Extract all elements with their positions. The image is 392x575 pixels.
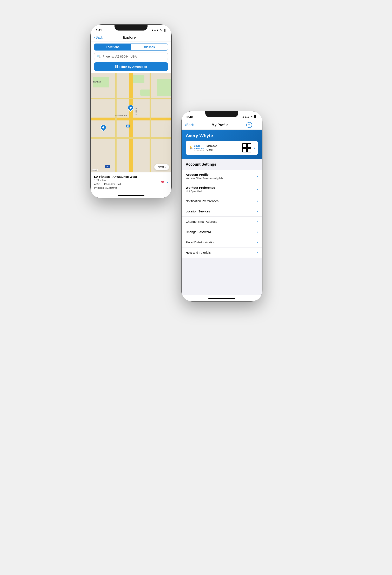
profile-screen: ‹ Back My Profile ? Avery Whyte xyxy=(182,120,262,301)
explore-nav-bar: ‹ Back Explore xyxy=(91,34,171,42)
qr-code xyxy=(242,143,251,152)
settings-item-password[interactable]: Change Password › xyxy=(182,227,262,237)
battery-icon-2: ▐▌ xyxy=(254,115,257,118)
faceid-chevron-icon: › xyxy=(257,240,258,244)
filter-icon: ☷ xyxy=(115,65,118,69)
member-card-label: Member Card xyxy=(207,144,240,152)
map-green-3 xyxy=(157,79,171,96)
settings-list: Account Profile You are SilverSneakers e… xyxy=(182,170,262,258)
runner-icon: 🏃 xyxy=(189,146,193,150)
filter-amenities-button[interactable]: ☷ Filter by Amenities xyxy=(94,62,168,71)
account-settings-section: Account Settings xyxy=(182,159,262,168)
status-time-profile: 6:40 xyxy=(187,115,193,119)
phone-profile: 6:40 ▲▲▲ ∿ ▐▌ ‹ Back My Profile xyxy=(182,111,262,301)
silver-sneakers-logo: 🏃 SilverSneakers by Tivity Health xyxy=(189,144,204,151)
tab-classes[interactable]: Classes xyxy=(131,44,168,50)
home-indicator-explore xyxy=(91,192,171,198)
change-password-title: Change Password xyxy=(186,230,257,234)
home-bar xyxy=(118,195,145,196)
help-chevron-icon: › xyxy=(257,250,258,255)
location-card-chevron-icon: › xyxy=(167,180,168,185)
account-profile-chevron-icon: › xyxy=(257,174,258,179)
profile-name: Avery Whyte xyxy=(186,133,258,138)
location-services-title: Location Services xyxy=(186,210,257,213)
tab-locations[interactable]: Locations xyxy=(94,44,131,50)
next-button[interactable]: Next › xyxy=(154,164,169,170)
status-icons-profile: ▲▲▲ ∿ ▐▌ xyxy=(242,115,257,118)
map-green-area xyxy=(132,75,145,83)
notch-profile xyxy=(205,111,238,117)
help-button[interactable]: ? xyxy=(246,122,252,128)
back-button-profile[interactable]: ‹ Back xyxy=(185,123,194,127)
account-settings-title: Account Settings xyxy=(186,162,258,167)
search-icon: 🔍 xyxy=(97,54,101,58)
battery-icon: ▐▌ xyxy=(163,29,166,32)
settings-item-help[interactable]: Help and Tutorials › xyxy=(182,247,262,258)
home-indicator-profile xyxy=(182,295,262,301)
profile-title: My Profile xyxy=(194,123,246,127)
location-card[interactable]: LA Fitness - Ahwatukee West 1.21 miles 4… xyxy=(91,172,171,192)
change-email-title: Change Email Address xyxy=(186,220,257,223)
park-label: Ray Park xyxy=(93,81,101,83)
face-id-title: Face ID Authorization xyxy=(186,240,257,244)
password-chevron-icon: › xyxy=(257,230,258,234)
account-profile-title: Account Profile xyxy=(186,173,257,176)
location-chevron-icon: › xyxy=(257,209,258,214)
search-bar[interactable]: 🔍 xyxy=(94,53,168,60)
road-h3 xyxy=(91,137,171,139)
settings-item-account-profile[interactable]: Account Profile You are SilverSneakers e… xyxy=(182,170,262,183)
notifications-title: Notification Preferences xyxy=(186,199,257,203)
road-v3 xyxy=(149,73,151,172)
road-label-chandler: E Chandler Blvd xyxy=(115,115,127,117)
account-profile-subtitle: You are SilverSneakers eligibile xyxy=(186,177,257,180)
notch xyxy=(115,25,147,30)
signal-icon-2: ▲▲▲ xyxy=(242,115,249,118)
scene: 6:41 ▲▲▲ ∿ ▐▌ ‹ Back Explore xyxy=(82,12,310,549)
help-tutorials-title: Help and Tutorials xyxy=(186,251,257,254)
settings-item-email[interactable]: Change Email Address › xyxy=(182,216,262,227)
chevron-left-icon-profile: ‹ xyxy=(185,123,186,127)
road-label-st: N 56th St xyxy=(135,108,137,115)
wifi-icon-2: ∿ xyxy=(250,115,252,118)
segment-tabs: Locations Classes xyxy=(94,44,168,50)
main-road-v xyxy=(129,73,133,172)
settings-item-workout[interactable]: Workout Preference Not Specified › xyxy=(182,183,262,196)
home-bar-profile xyxy=(208,298,235,299)
status-icons-explore: ▲▲▲ ∿ ▐▌ xyxy=(151,29,166,32)
profile-nav-bar: ‹ Back My Profile ? xyxy=(182,120,262,130)
workout-pref-subtitle: Not Specified xyxy=(186,190,257,193)
location-distance: 1.21 miles xyxy=(94,179,159,182)
email-chevron-icon: › xyxy=(257,219,258,224)
signal-icon: ▲▲▲ xyxy=(151,29,159,32)
location-address: 4836 E. Chandler Blvd. Phoenix, AZ 85048 xyxy=(94,182,159,190)
explore-title: Explore xyxy=(103,35,156,40)
phone-explore: 6:41 ▲▲▲ ∿ ▐▌ ‹ Back Explore xyxy=(91,25,171,198)
member-card[interactable]: 🏃 SilverSneakers by Tivity Health Member… xyxy=(186,141,258,155)
chevron-left-icon: ‹ xyxy=(94,36,95,39)
notifications-chevron-icon: › xyxy=(257,199,258,203)
favorite-heart-icon[interactable]: ❤ xyxy=(161,180,164,185)
highway-10-badge: 10 xyxy=(126,124,130,127)
settings-item-notifications[interactable]: Notification Preferences › xyxy=(182,196,262,206)
main-road-h xyxy=(91,118,171,120)
back-button-explore[interactable]: ‹ Back xyxy=(94,36,103,39)
road-h2 xyxy=(91,98,171,99)
chevron-right-icon-next: › xyxy=(165,166,166,169)
map-background: Ray Park N 56th St E Chandler Blvd xyxy=(91,73,171,172)
search-input[interactable] xyxy=(102,55,165,58)
map-green-2 xyxy=(140,90,151,96)
workout-pref-title: Workout Preference xyxy=(186,186,257,189)
profile-header: Avery Whyte 🏃 SilverSneakers by Tivity H… xyxy=(182,130,262,159)
highway-202-badge: 202 xyxy=(105,165,110,168)
member-card-chevron-icon: › xyxy=(254,146,255,150)
location-card-info: LA Fitness - Ahwatukee West 1.21 miles 4… xyxy=(94,175,159,190)
workout-chevron-icon: › xyxy=(257,187,258,192)
road-v2 xyxy=(115,73,117,172)
map-pin-2[interactable] xyxy=(100,124,106,130)
map-pin-1[interactable] xyxy=(128,105,133,111)
settings-item-location[interactable]: Location Services › xyxy=(182,206,262,216)
settings-item-faceid[interactable]: Face ID Authorization › xyxy=(182,237,262,247)
location-name: LA Fitness - Ahwatukee West xyxy=(94,175,159,178)
wifi-icon: ∿ xyxy=(160,29,162,32)
map-area[interactable]: Ray Park N 56th St E Chandler Blvd xyxy=(91,73,171,172)
